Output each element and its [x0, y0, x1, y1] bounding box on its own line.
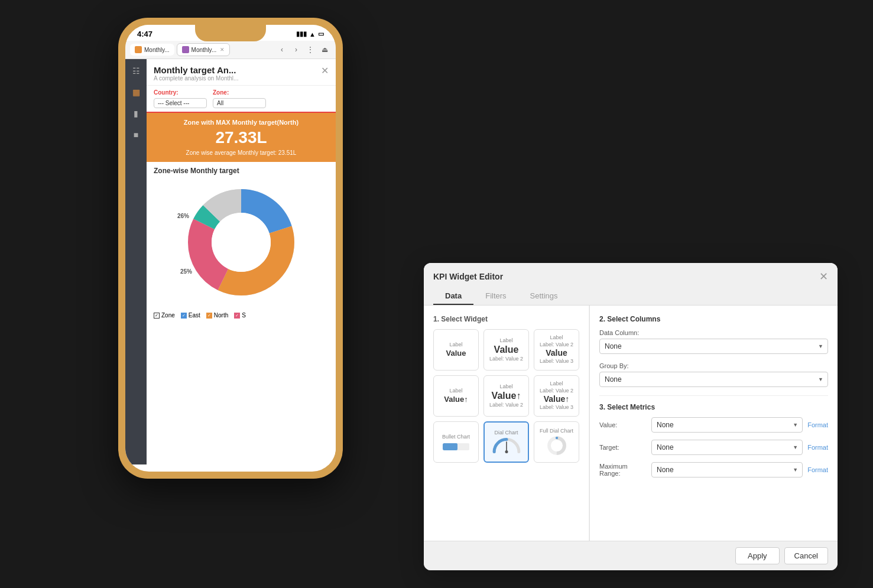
editor-footer: Apply Cancel: [424, 541, 838, 570]
country-filter: Country: --- Select ---: [154, 89, 207, 108]
w1-value: Value: [446, 349, 466, 358]
chart-title: Zone-wise Monthly target: [154, 167, 329, 175]
app-layout: ☷ ▦ ▮ ■ Monthly target An... A complete …: [125, 59, 336, 464]
max-format-link[interactable]: Format: [807, 466, 828, 473]
legend-north-label: North: [214, 312, 228, 319]
group-by-select-wrapper: None: [599, 372, 828, 387]
report-header: Monthly target An... A complete analysis…: [147, 59, 336, 86]
country-label: Country:: [154, 89, 207, 96]
group-by-label: Group By:: [599, 362, 828, 369]
w6-value: Value↑: [544, 394, 570, 404]
max-metric-select[interactable]: None: [651, 462, 803, 477]
target-metric-select[interactable]: None: [651, 440, 803, 455]
dial-svg: [492, 437, 521, 454]
legend-s-check[interactable]: ✓: [234, 313, 240, 319]
w5-sub: Label: Value 2: [489, 402, 523, 409]
kpi-value: 27.33L: [154, 128, 329, 147]
bullet-bar: [443, 443, 469, 450]
w4-value: Value↑: [444, 395, 468, 404]
editor-close-btn[interactable]: ✕: [819, 270, 828, 283]
value-metric-row: Value: None Format: [599, 417, 828, 433]
tab2-label: Monthly...: [192, 47, 217, 53]
widget-card-bullet[interactable]: Bullet Chart: [433, 421, 479, 463]
cancel-button[interactable]: Cancel: [784, 547, 828, 564]
legend-east-label: East: [189, 312, 200, 319]
browser-tab-1[interactable]: Monthly...: [130, 44, 174, 56]
data-column-group: Data Column: None: [599, 329, 828, 354]
sidebar-table-icon[interactable]: ■: [129, 128, 143, 142]
w2-sub: Label: Value 2: [489, 356, 523, 363]
bullet-fill: [443, 443, 457, 450]
widget-card-3[interactable]: LabelLabel: Value 2 Value Label: Value 3: [534, 329, 579, 371]
sidebar-home-icon[interactable]: ☷: [129, 64, 143, 78]
w3-sub: Label: Value 3: [540, 358, 573, 365]
group-by-select[interactable]: None: [599, 372, 828, 387]
editor-panel: KPI Widget Editor ✕ Data Filters Setting…: [424, 263, 838, 570]
target-metric-select-wrapper: None: [651, 440, 803, 455]
zone-filter: Zone: All: [213, 89, 266, 108]
widget-grid-row3: Bullet Chart Dial Chart: [433, 421, 579, 463]
tab-settings[interactable]: Settings: [518, 288, 570, 305]
value-metric-label: Value:: [599, 421, 647, 428]
divider: [599, 395, 828, 396]
donut-chart-area: 26% 25%: [154, 177, 329, 307]
legend-north: ✓ North: [206, 312, 228, 319]
kpi-title: Zone with MAX Monthly target(North): [154, 119, 329, 126]
signal-icon: ▮▮▮: [296, 30, 307, 38]
max-metric-select-wrapper: None: [651, 462, 803, 477]
editor-body: 1. Select Widget Label Value Label Value…: [424, 306, 838, 541]
phone-notch: [195, 25, 266, 41]
value-format-link[interactable]: Format: [807, 421, 828, 428]
legend-north-check[interactable]: ✓: [206, 313, 212, 319]
tab-data[interactable]: Data: [433, 288, 473, 305]
country-select[interactable]: --- Select ---: [154, 98, 207, 108]
sidebar-grid-icon[interactable]: ▦: [129, 85, 143, 99]
status-icons: ▮▮▮ ▲ ▭: [296, 30, 324, 38]
report-close-btn[interactable]: ✕: [321, 65, 329, 76]
widget-card-4[interactable]: Label Value↑: [433, 375, 479, 417]
battery-icon: ▭: [318, 30, 324, 38]
donut-svg: [182, 183, 300, 301]
widget-card-6[interactable]: LabelLabel: Value 2 Value↑ Label: Value …: [534, 375, 579, 417]
widget-card-fulldial[interactable]: Full Dial Chart: [534, 421, 579, 463]
widget-card-2[interactable]: Label Value Label: Value 2: [483, 329, 529, 371]
zone-select[interactable]: All: [213, 98, 266, 108]
apply-button[interactable]: Apply: [735, 547, 780, 564]
editor-tabs: Data Filters Settings: [424, 283, 838, 306]
nav-back-btn[interactable]: ‹: [275, 43, 288, 56]
sidebar-chart-icon[interactable]: ▮: [129, 106, 143, 121]
report-subtitle: A complete analysis on Monthl...: [154, 75, 238, 82]
pct-25-label: 25%: [180, 268, 192, 275]
legend-row: ✓ Zone ✓ East ✓ North ✓: [147, 310, 336, 321]
tab1-icon: [135, 46, 142, 53]
nav-forward-btn[interactable]: ›: [290, 43, 303, 56]
legend-east-check[interactable]: ✓: [181, 313, 187, 319]
widget-card-5[interactable]: Label Value↑ Label: Value 2: [483, 375, 529, 417]
legend-zone-check[interactable]: ✓: [154, 313, 160, 319]
target-format-link[interactable]: Format: [807, 444, 828, 451]
data-column-select-wrapper: None: [599, 339, 828, 354]
nav-menu-btn[interactable]: ⋮: [304, 43, 317, 56]
pct-26-label: 26%: [177, 213, 189, 219]
widget-card-dial[interactable]: Dial Chart: [483, 421, 529, 463]
column-selection-panel: 2. Select Columns Data Column: None Grou…: [590, 306, 838, 541]
w6-label: LabelLabel: Value 2: [540, 381, 573, 394]
phone-frame: 4:47 ▮▮▮ ▲ ▭ Monthly... Monthly... ✕: [118, 18, 343, 479]
tab2-close-icon[interactable]: ✕: [220, 47, 225, 53]
value-metric-select[interactable]: None: [651, 417, 803, 433]
tab-filters[interactable]: Filters: [473, 288, 518, 305]
w3-label: LabelLabel: Value 2: [540, 334, 573, 348]
legend-east: ✓ East: [181, 312, 200, 319]
nav-search-btn[interactable]: ⏏: [318, 43, 331, 56]
legend-s-label: S: [242, 312, 246, 319]
w5-label: Label: [499, 384, 512, 391]
browser-tab-2[interactable]: Monthly... ✕: [177, 43, 230, 56]
wifi-icon: ▲: [309, 31, 316, 38]
widget-grid-row2: Label Value↑ Label Value↑ Label: Value 2…: [433, 375, 579, 417]
fulldial-label: Full Dial Chart: [540, 428, 573, 435]
data-column-select[interactable]: None: [599, 339, 828, 354]
filters-row: Country: --- Select --- Zone: All: [147, 86, 336, 113]
w2-label: Label: [499, 337, 512, 345]
widget-card-1[interactable]: Label Value: [433, 329, 479, 371]
section3-label: 3. Select Metrics: [599, 403, 828, 411]
